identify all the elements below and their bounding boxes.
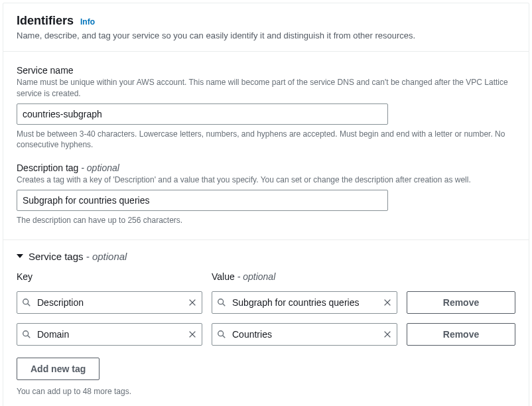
remove-tag-button[interactable]: Remove	[407, 323, 515, 346]
identifiers-panel: Identifiers Info Name, describe, and tag…	[3, 3, 529, 406]
tags-footnote: You can add up to 48 more tags.	[17, 387, 515, 396]
tag-value-input[interactable]	[212, 291, 397, 314]
add-new-tag-button[interactable]: Add new tag	[17, 358, 100, 380]
panel-description: Name, describe, and tag your service so …	[17, 31, 515, 40]
tag-key-input[interactable]	[17, 323, 202, 346]
tag-key-wrap	[17, 291, 202, 314]
clear-icon[interactable]	[188, 298, 197, 307]
service-tags-toggle[interactable]: Service tags - optional	[17, 251, 515, 262]
service-name-label: Service name	[17, 65, 515, 76]
tag-value-wrap	[212, 291, 397, 314]
panel-header: Identifiers Info Name, describe, and tag…	[3, 3, 529, 52]
caret-down-icon	[17, 254, 23, 258]
description-tag-field: Description tag - optional Creates a tag…	[17, 163, 515, 226]
description-tag-input[interactable]	[17, 190, 388, 211]
description-tag-constraint: The description can have up to 256 chara…	[17, 215, 515, 226]
clear-icon[interactable]	[188, 330, 197, 339]
info-link[interactable]: Info	[80, 17, 95, 27]
clear-icon[interactable]	[383, 298, 392, 307]
description-tag-label: Description tag - optional	[17, 163, 515, 173]
panel-title: Identifiers	[17, 14, 74, 28]
clear-icon[interactable]	[383, 330, 392, 339]
key-column-label: Key	[17, 271, 202, 282]
tags-grid: Key Value - optional Remove	[17, 271, 515, 346]
panel-body: Service name Name must be unique within …	[3, 52, 529, 240]
remove-tag-button[interactable]: Remove	[407, 291, 515, 314]
description-tag-help: Creates a tag with a key of 'Description…	[17, 174, 515, 186]
service-name-help: Name must be unique within your AWS acco…	[17, 77, 515, 100]
service-name-field: Service name Name must be unique within …	[17, 65, 515, 151]
tag-value-input[interactable]	[212, 323, 397, 346]
service-tags-section: Service tags - optional Key Value - opti…	[3, 240, 529, 406]
service-name-constraint: Must be between 3-40 characters. Lowerca…	[17, 129, 515, 151]
value-column-label: Value - optional	[212, 271, 397, 282]
tag-value-wrap	[212, 323, 397, 346]
tag-key-input[interactable]	[17, 291, 202, 314]
service-name-input[interactable]	[17, 103, 388, 125]
tag-key-wrap	[17, 323, 202, 346]
